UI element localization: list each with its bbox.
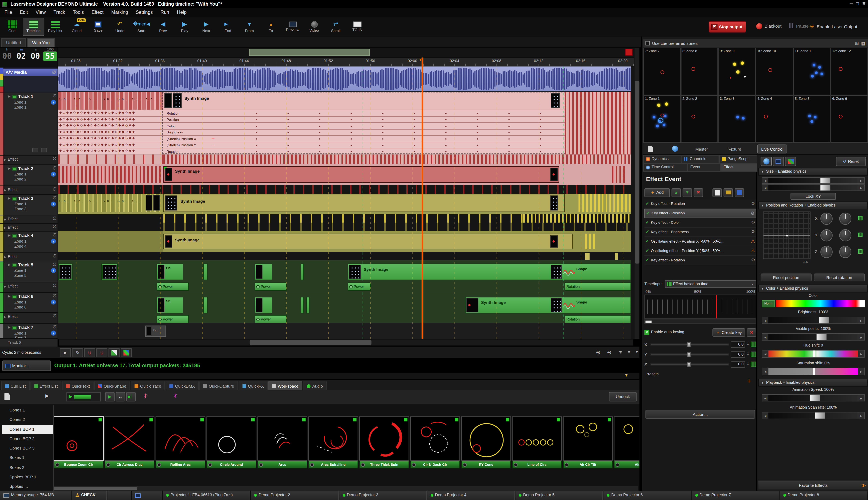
track-2-right-clips[interactable]: [612, 166, 626, 183]
power-effect-clip[interactable]: Power: [255, 315, 287, 323]
display-segment[interactable]: [132, 491, 163, 500]
zone-cell-5[interactable]: 5: Zone 5: [793, 95, 831, 143]
cursor-icon[interactable]: ►: [44, 393, 50, 399]
slider-thumb[interactable]: [687, 342, 691, 347]
workspace-page-item[interactable]: Cones BCP 2: [2, 434, 53, 444]
rotation-z-knob-2[interactable]: [839, 246, 852, 258]
expand-icon[interactable]: ▶: [8, 197, 10, 201]
track-8-header[interactable]: Track 8: [0, 339, 58, 347]
axis-x-value[interactable]: 0.0: [731, 341, 745, 348]
mini-fader[interactable]: [32, 148, 38, 152]
zone-cell-2[interactable]: 2: Zone 2: [681, 95, 718, 143]
slider-track[interactable]: [768, 395, 858, 401]
from-button[interactable]: ▼From: [239, 18, 260, 36]
av-waveform-band[interactable]: [58, 67, 631, 91]
arrow-left-icon[interactable]: ◀: [762, 412, 768, 419]
tab-master[interactable]: Master: [692, 145, 711, 153]
track-1-header[interactable]: ▶Track 1 ∅ i Zone 1 Zone 1: [0, 93, 58, 156]
zone-cell-8[interactable]: 8: Zone 8: [681, 48, 718, 95]
save-button[interactable]: Save: [88, 18, 109, 36]
z-link-button[interactable]: [858, 249, 863, 253]
info-icon[interactable]: i: [51, 268, 56, 273]
zone-cell-10[interactable]: 10: Zone 10: [756, 48, 793, 95]
clip-synth-image-track-5[interactable]: Synth Image Shape: [348, 264, 631, 280]
effect-row[interactable]: ✓Key effect - Brightness⚙: [644, 228, 756, 237]
timeline-button[interactable]: Timeline: [23, 18, 44, 36]
projector-status[interactable]: Projector 1: FB4 06613 (Ping 7ms): [163, 491, 251, 500]
live-palette-button[interactable]: [785, 157, 796, 166]
enable-laser-button[interactable]: ✳Enable Laser Output: [809, 23, 857, 31]
menu-item[interactable]: Track: [54, 9, 65, 15]
pause-button[interactable]: Pause: [788, 23, 809, 30]
axis-z-slider[interactable]: [650, 363, 729, 365]
projector-status[interactable]: Demo Projector 7: [692, 491, 780, 500]
rotation-z-knob[interactable]: [820, 246, 833, 258]
expand-icon[interactable]: ▶: [4, 285, 6, 288]
menu-item[interactable]: View: [36, 9, 46, 15]
delete-effect-button[interactable]: ✖: [694, 188, 703, 197]
slider-thumb[interactable]: [819, 317, 829, 323]
workspace-page-item[interactable]: Boxes 1: [2, 453, 53, 463]
track-1-right-clips[interactable]: [565, 92, 631, 155]
bottom-tab[interactable]: Effect List: [30, 382, 62, 390]
arrow-left-icon[interactable]: ◀: [762, 317, 768, 323]
new-file-button[interactable]: [713, 188, 722, 197]
effect-band-3a-dense[interactable]: [523, 214, 631, 223]
rotation-y-knob-2[interactable]: [839, 229, 852, 241]
undock-button[interactable]: Undock: [609, 392, 637, 401]
effect-band-3b[interactable]: [163, 223, 631, 231]
menu-item[interactable]: Edit: [20, 9, 28, 15]
close-button[interactable]: ✖: [862, 1, 866, 7]
slider-track[interactable]: [768, 368, 858, 375]
slider-track[interactable]: [768, 178, 858, 183]
cue-bounce-zoom-cir[interactable]: Bounce Zoom Cir: [54, 417, 104, 468]
spinner-arrows[interactable]: ▲▼: [747, 342, 749, 346]
zone-cell-3[interactable]: 3: Zone 3: [718, 95, 756, 143]
expand-icon[interactable]: ▶: [4, 158, 6, 161]
key-effect-subrow[interactable]: ◆ ◇ ◆ ◆ ◇ ◆ ◇ ◆ ◆ ◇ ◆ ◇ ◆ ◆ ◇ ◆ ◇ ◆ ◆ ◇ …: [58, 110, 565, 116]
workspace-page-item[interactable]: Cones 2: [2, 415, 53, 424]
track-6-clip[interactable]: [301, 297, 304, 314]
slider-thumb[interactable]: [813, 368, 815, 375]
info-icon[interactable]: i: [51, 299, 56, 305]
axis-y-value[interactable]: 0.0: [731, 351, 745, 357]
time-ruler[interactable]: 01:2801:3201:3601:4001:4401:4801:5201:56…: [58, 57, 634, 66]
zoom-in-button[interactable]: ⊕: [593, 348, 603, 357]
track-5-header[interactable]: ▶Track 5 ∅i Zone 1 Zone 5: [0, 261, 58, 282]
timeline-horizontal-scrollbar[interactable]: [58, 339, 634, 346]
expand-right-icon[interactable]: ≫: [861, 483, 866, 488]
info-icon[interactable]: i: [51, 172, 56, 177]
effect-band-3a[interactable]: [163, 214, 523, 223]
bottom-tab[interactable]: QuickTrace: [131, 382, 165, 390]
effect-row[interactable]: ✓Key effect - Rotation⚙: [644, 199, 756, 209]
maximize-button[interactable]: □: [856, 1, 859, 7]
key-effect-subrow[interactable]: ◆ ◇ ◆ ◆ ◇ ◆ ◇ ◆ ◆ ◇ ◆ ◇ ◆ ◆ ◇ ◆ ◇ ◆ ◆ ◇ …: [58, 129, 565, 135]
tab-channels[interactable]: Channels: [682, 155, 719, 163]
track-2-clip-cluster[interactable]: [58, 166, 163, 183]
bottom-tab[interactable]: Cue List: [1, 382, 30, 390]
clip-synth-image-track-1[interactable]: Synth Image: [163, 92, 565, 110]
color-section-header[interactable]: ▼Color + Enabled physics: [759, 285, 868, 293]
preview-button[interactable]: Preview: [282, 18, 303, 36]
expand-icon[interactable]: ▶: [4, 188, 6, 192]
expand-icon[interactable]: ▶: [4, 218, 6, 221]
track-7-header[interactable]: ▶Track 7 ∅i Zone 1 Zone 7: [0, 324, 58, 339]
rotation-effect-clip[interactable]: Rotation: [565, 282, 631, 291]
burst-icon[interactable]: ✳: [143, 393, 148, 400]
playhead[interactable]: [422, 57, 423, 339]
projector-status[interactable]: Demo Projector 8: [780, 491, 868, 500]
y-link-button[interactable]: [858, 232, 863, 237]
hue-shift-slider[interactable]: ◀▶: [762, 350, 865, 358]
timeline-tracks-area[interactable]: Sh. Sh. S.. Sh. Sh. S.. Sh. Sh. Sh. Synt…: [58, 67, 634, 339]
track-5-clip[interactable]: [203, 264, 208, 280]
scroll-thumb[interactable]: [646, 320, 651, 323]
track-3-right-clips[interactable]: [578, 194, 631, 212]
rotation-x-knob-2[interactable]: [839, 213, 852, 225]
expand-icon[interactable]: ▶: [4, 255, 6, 259]
workspace-page-item[interactable]: Cones BCP 1: [2, 424, 53, 434]
arrow-left-icon[interactable]: ◀: [762, 334, 768, 340]
cue-ry-cone[interactable]: RY Cone: [461, 417, 511, 468]
blackout-button[interactable]: Blackout: [756, 23, 782, 29]
workspace-page-item[interactable]: Boxes 2: [2, 463, 53, 473]
expand-icon[interactable]: ▶: [8, 167, 10, 171]
